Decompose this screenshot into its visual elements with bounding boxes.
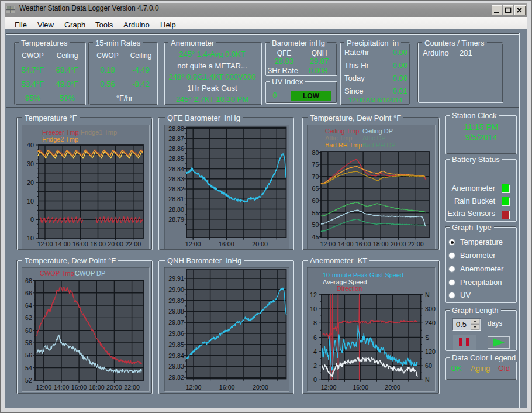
svg-text:16:00: 16:00 (355, 240, 371, 247)
svg-text:28.87: 28.87 (168, 135, 184, 142)
svg-text:60: 60 (25, 327, 32, 334)
svg-text:68: 68 (25, 277, 32, 284)
svg-text:18:00: 18:00 (373, 240, 389, 247)
svg-text:55: 55 (312, 209, 319, 216)
svg-text:75: 75 (312, 161, 319, 168)
svg-text:S: S (425, 334, 429, 341)
svg-text:Attic Tmp: Attic Tmp (325, 135, 352, 142)
svg-text:Ceiling DP: Ceiling DP (362, 128, 393, 135)
svg-text:29.88: 29.88 (168, 308, 184, 315)
svg-text:10: 10 (310, 305, 317, 312)
svg-text:12:00: 12:00 (320, 240, 336, 247)
svg-text:64: 64 (25, 302, 32, 309)
svg-text:29.85: 29.85 (168, 341, 184, 348)
svg-text:28.85: 28.85 (168, 155, 184, 162)
svg-text:50: 50 (312, 221, 319, 228)
svg-text:52: 52 (25, 377, 32, 384)
svg-text:12:00: 12:00 (186, 384, 202, 391)
svg-text:16:00: 16:00 (219, 240, 234, 247)
svg-text:300: 300 (425, 305, 436, 312)
svg-text:28.88: 28.88 (168, 125, 184, 132)
svg-text:16:00: 16:00 (72, 240, 88, 247)
svg-text:29.82: 29.82 (168, 374, 184, 381)
svg-text:Freezer Tmp: Freezer Tmp (42, 129, 79, 136)
svg-text:28.83: 28.83 (168, 175, 184, 183)
svg-text:30: 30 (27, 160, 34, 167)
svg-text:29.87: 29.87 (168, 319, 184, 326)
svg-text:CWOP DP: CWOP DP (75, 270, 105, 277)
svg-text:60: 60 (425, 362, 432, 369)
svg-text:16:00: 16:00 (219, 384, 235, 391)
svg-text:16:00: 16:00 (353, 384, 368, 391)
svg-text:12:00: 12:00 (37, 240, 53, 247)
svg-text:56: 56 (25, 352, 32, 359)
svg-text:29.84: 29.84 (168, 352, 184, 359)
svg-text:6: 6 (313, 334, 317, 341)
svg-text:10: 10 (27, 198, 34, 205)
svg-text:Direction: Direction (337, 285, 362, 292)
svg-text:22:00: 22:00 (124, 384, 140, 391)
svg-text:CWOP Tmp: CWOP Tmp (40, 270, 74, 277)
svg-text:12: 12 (310, 291, 317, 298)
svg-text:12:00: 12:00 (36, 384, 51, 391)
svg-text:28.80: 28.80 (168, 206, 184, 213)
svg-text:Bad RH DP: Bad RH DP (362, 142, 396, 149)
svg-text:28.81: 28.81 (168, 195, 184, 202)
svg-text:0: 0 (313, 376, 317, 383)
svg-text:12:00: 12:00 (185, 240, 201, 247)
svg-text:29.89: 29.89 (168, 297, 184, 304)
svg-text:N: N (425, 376, 430, 383)
svg-text:4: 4 (313, 348, 317, 355)
svg-text:20:00: 20:00 (391, 240, 406, 247)
svg-text:12:00: 12:00 (321, 384, 337, 391)
svg-text:8: 8 (313, 319, 317, 326)
svg-text:2: 2 (313, 362, 317, 369)
svg-text:28.82: 28.82 (168, 185, 184, 192)
svg-text:10-minute Peak Gust Speed: 10-minute Peak Gust Speed (323, 271, 403, 278)
svg-text:29.83: 29.83 (168, 363, 184, 370)
svg-text:20: 20 (27, 179, 34, 186)
svg-text:20:00: 20:00 (106, 384, 122, 391)
svg-text:Fridge1 Tmp: Fridge1 Tmp (81, 129, 117, 136)
svg-text:28.79: 28.79 (168, 216, 184, 223)
svg-text:18:00: 18:00 (89, 384, 105, 391)
svg-text:28.86: 28.86 (168, 145, 184, 152)
svg-text:80: 80 (312, 149, 319, 156)
svg-text:120: 120 (425, 348, 436, 355)
svg-text:14:00: 14:00 (55, 240, 71, 247)
svg-text:20:00: 20:00 (253, 384, 268, 391)
svg-text:Bad RH Tmp: Bad RH Tmp (325, 142, 362, 149)
svg-text:45: 45 (312, 233, 319, 240)
svg-text:Fridge2 Tmp: Fridge2 Tmp (42, 136, 78, 143)
svg-text:Attic DP: Attic DP (362, 135, 386, 142)
svg-text:40: 40 (27, 142, 34, 149)
svg-text:14:00: 14:00 (338, 240, 354, 247)
svg-text:60: 60 (312, 197, 319, 204)
svg-text:66: 66 (25, 290, 32, 297)
svg-text:22:00: 22:00 (408, 240, 424, 247)
svg-text:29.90: 29.90 (168, 286, 184, 293)
svg-text:0: 0 (30, 216, 34, 223)
svg-text:-10: -10 (25, 235, 34, 242)
svg-text:29.86: 29.86 (168, 330, 184, 337)
svg-text:28.84: 28.84 (168, 166, 184, 173)
svg-text:62: 62 (25, 314, 32, 321)
svg-text:65: 65 (312, 185, 319, 192)
svg-text:20:00: 20:00 (385, 384, 400, 391)
svg-text:20:00: 20:00 (252, 240, 268, 247)
svg-text:14:00: 14:00 (54, 384, 70, 391)
svg-text:20:00: 20:00 (108, 240, 123, 247)
svg-text:22:00: 22:00 (125, 240, 141, 247)
svg-text:58: 58 (25, 339, 32, 346)
svg-text:Ceiling Tmp: Ceiling Tmp (325, 128, 360, 135)
svg-text:29.91: 29.91 (168, 275, 184, 282)
svg-text:54: 54 (25, 364, 32, 371)
svg-text:18:00: 18:00 (90, 240, 106, 247)
svg-text:240: 240 (425, 319, 436, 326)
svg-text:16:00: 16:00 (71, 384, 87, 391)
svg-text:70: 70 (312, 173, 319, 180)
svg-text:N: N (425, 291, 430, 298)
